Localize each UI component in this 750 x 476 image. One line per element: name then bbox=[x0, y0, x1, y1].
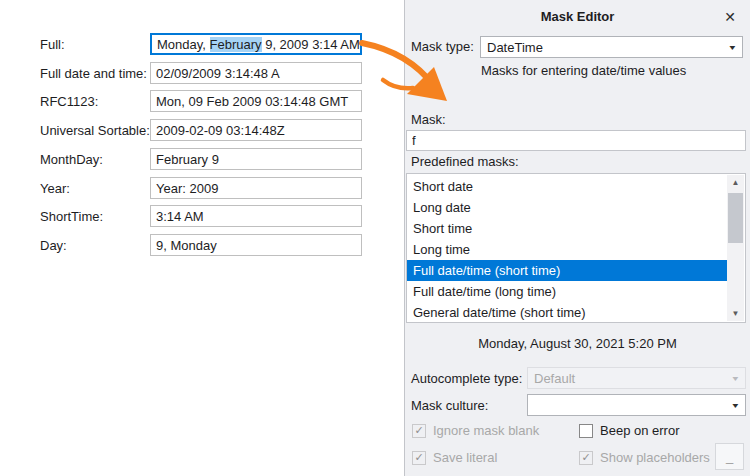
form-row-full: Full: Monday, February 9, 2009 3:14 AM bbox=[40, 33, 362, 55]
checkbox-label: Show placeholders bbox=[600, 450, 710, 465]
field-label-universal-sortable: Universal Sortable: bbox=[40, 119, 150, 141]
mask-type-value: DateTime bbox=[487, 40, 725, 55]
full-field[interactable]: Monday, February 9, 2009 3:14 AM bbox=[150, 33, 362, 55]
check-icon: ✓ bbox=[414, 452, 423, 463]
scrollbar[interactable]: ▲ ▼ bbox=[727, 175, 744, 321]
checkbox-label: Ignore mask blank bbox=[433, 423, 539, 438]
form-row-universal-sortable: Universal Sortable: 2009-02-09 03:14:48Z bbox=[40, 119, 362, 141]
list-item-selected[interactable]: Full date/time (short time) bbox=[407, 260, 727, 281]
checkbox-box: ✓ bbox=[412, 451, 426, 465]
field-text: 9, 2009 3:14 AM bbox=[262, 37, 360, 52]
field-text: 02/09/2009 3:14:48 A bbox=[156, 66, 280, 81]
mask-type-hint: Masks for entering date/time values bbox=[481, 63, 686, 78]
year-field[interactable]: Year: 2009 bbox=[150, 177, 362, 199]
chevron-down-icon: ▼ bbox=[731, 402, 741, 409]
checkbox-label: Beep on error bbox=[600, 423, 680, 438]
list-item[interactable]: Long time bbox=[407, 239, 727, 260]
scroll-down-icon[interactable]: ▼ bbox=[727, 306, 744, 321]
field-text: 3:14 AM bbox=[156, 209, 204, 224]
field-text: February 9 bbox=[156, 152, 219, 167]
mask-preview-text: Monday, August 30, 2021 5:20 PM bbox=[405, 336, 750, 351]
autocomplete-type-dropdown: Default ▼ bbox=[527, 367, 746, 389]
mask-editor-panel: Mask Editor ✕ Mask type: DateTime ▼ Mask… bbox=[404, 0, 750, 476]
shorttime-field[interactable]: 3:14 AM bbox=[150, 205, 362, 227]
form-row-rfc1123: RFC1123: Mon, 09 Feb 2009 03:14:48 GMT bbox=[40, 90, 362, 112]
predefined-masks-label: Predefined masks: bbox=[411, 154, 519, 170]
list-item[interactable]: General date/time (short time) bbox=[407, 302, 727, 323]
predefined-masks-list: Short date Long date Short time Long tim… bbox=[406, 173, 746, 323]
field-label-day: Day: bbox=[40, 234, 67, 256]
form-row-monthday: MonthDay: February 9 bbox=[40, 148, 362, 170]
monthday-field[interactable]: February 9 bbox=[150, 148, 362, 170]
autocomplete-type-label: Autocomplete type: bbox=[411, 371, 522, 387]
mask-label: Mask: bbox=[411, 112, 446, 128]
mask-type-label: Mask type: bbox=[411, 39, 474, 55]
selected-text: February bbox=[210, 37, 262, 52]
field-text: Year: 2009 bbox=[156, 181, 218, 196]
scroll-up-icon[interactable]: ▲ bbox=[727, 175, 744, 190]
scrollbar-thumb[interactable] bbox=[728, 193, 743, 243]
field-text: Monday, bbox=[157, 37, 210, 52]
mask-type-dropdown[interactable]: DateTime ▼ bbox=[480, 36, 743, 58]
checkbox-ignore-mask-blank[interactable]: ✓ Ignore mask blank bbox=[412, 423, 539, 438]
checkbox-beep-on-error[interactable]: Beep on error bbox=[579, 423, 680, 438]
check-icon: ✓ bbox=[414, 425, 423, 436]
checkbox-box bbox=[579, 424, 593, 438]
mask-input[interactable] bbox=[406, 130, 746, 151]
full-date-and-time-field[interactable]: 02/09/2009 3:14:48 A bbox=[150, 62, 362, 84]
close-icon[interactable]: ✕ bbox=[720, 7, 740, 27]
placeholder-char: _ bbox=[726, 449, 733, 464]
field-text: 9, Monday bbox=[156, 238, 217, 253]
field-label-shorttime: ShortTime: bbox=[40, 205, 103, 227]
list-item[interactable]: Short date bbox=[407, 176, 727, 197]
checkbox-box: ✓ bbox=[579, 451, 593, 465]
form-row-shorttime: ShortTime: 3:14 AM bbox=[40, 205, 362, 227]
field-text: 2009-02-09 03:14:48Z bbox=[156, 123, 285, 138]
check-icon: ✓ bbox=[581, 452, 590, 463]
checkbox-show-placeholders[interactable]: ✓ Show placeholders bbox=[579, 450, 710, 465]
placeholder-char-field[interactable]: _ bbox=[715, 443, 744, 470]
form-row-year: Year: Year: 2009 bbox=[40, 177, 362, 199]
field-label-full: Full: bbox=[40, 33, 65, 55]
list-item[interactable]: Full date/time (long time) bbox=[407, 281, 727, 302]
day-field[interactable]: 9, Monday bbox=[150, 234, 362, 256]
field-label-rfc1123: RFC1123: bbox=[40, 90, 98, 112]
mask-culture-label: Mask culture: bbox=[411, 398, 488, 414]
field-label-monthday: MonthDay: bbox=[40, 148, 103, 170]
chevron-down-icon: ▼ bbox=[731, 375, 741, 382]
chevron-down-icon: ▼ bbox=[728, 44, 738, 51]
list-item[interactable]: Short time bbox=[407, 218, 727, 239]
mask-culture-dropdown[interactable]: ▼ bbox=[527, 394, 746, 416]
universal-sortable-field[interactable]: 2009-02-09 03:14:48Z bbox=[150, 119, 362, 141]
form-row-day: Day: 9, Monday bbox=[40, 234, 362, 256]
list-item[interactable]: Long date bbox=[407, 197, 727, 218]
panel-title: Mask Editor bbox=[405, 9, 750, 24]
checkbox-save-literal[interactable]: ✓ Save literal bbox=[412, 450, 497, 465]
checkbox-box: ✓ bbox=[412, 424, 426, 438]
field-text: Mon, 09 Feb 2009 03:14:48 GMT bbox=[156, 94, 348, 109]
form-row-full-date-and-time: Full date and time: 02/09/2009 3:14:48 A bbox=[40, 62, 362, 84]
rfc1123-field[interactable]: Mon, 09 Feb 2009 03:14:48 GMT bbox=[150, 90, 362, 112]
checkbox-label: Save literal bbox=[433, 450, 497, 465]
field-label-full-date-and-time: Full date and time: bbox=[40, 62, 147, 84]
autocomplete-type-value: Default bbox=[534, 371, 728, 386]
field-label-year: Year: bbox=[40, 177, 70, 199]
